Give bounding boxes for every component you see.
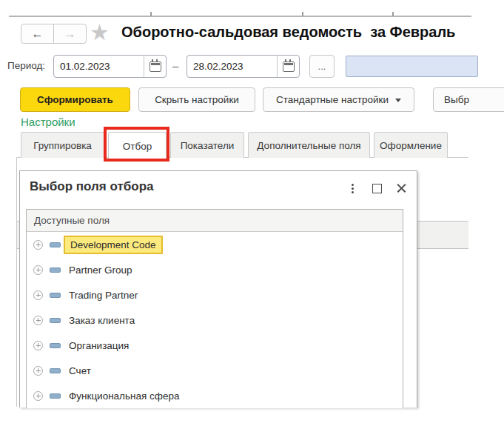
- top-divider-tick: [302, 12, 303, 16]
- field-item[interactable]: Trading Partner: [27, 282, 403, 307]
- field-item[interactable]: Заказ клиента: [27, 307, 403, 333]
- menu-dots-icon: [352, 184, 354, 186]
- expand-plus-icon[interactable]: [33, 265, 43, 275]
- available-fields-list: Доступные поля Development Code Partner …: [26, 209, 403, 408]
- field-dash-icon: [50, 293, 61, 298]
- settings-panel-border: [16, 158, 17, 407]
- close-icon: [397, 184, 406, 193]
- field-item-label: Trading Partner: [69, 290, 138, 301]
- back-button[interactable]: ←: [21, 24, 54, 44]
- field-item[interactable]: Организация: [27, 333, 403, 358]
- forward-button[interactable]: →: [53, 24, 87, 44]
- date-to-calendar-button[interactable]: [277, 56, 299, 77]
- tab-indicators[interactable]: Показатели: [170, 132, 244, 158]
- date-to-input[interactable]: 28.02.2023: [187, 55, 300, 78]
- tab-additional-fields[interactable]: Дополнительные поля: [248, 132, 370, 158]
- field-item-label: Функциональная сфера: [69, 390, 179, 402]
- date-from-calendar-button[interactable]: [144, 56, 166, 77]
- field-item[interactable]: Partner Group: [27, 257, 403, 282]
- window-maximize-button[interactable]: [371, 182, 383, 194]
- tab-grouping[interactable]: Группировка: [21, 132, 104, 158]
- generate-button[interactable]: Сформировать: [20, 87, 130, 112]
- field-item-label: Partner Group: [69, 265, 132, 276]
- date-from-input[interactable]: 01.02.2023: [53, 55, 167, 78]
- field-dash-icon: [50, 267, 61, 273]
- top-divider: [9, 16, 471, 17]
- period-label: Период:: [7, 60, 45, 71]
- expand-plus-icon[interactable]: [33, 341, 43, 350]
- top-divider-tick: [150, 12, 152, 16]
- expand-plus-icon[interactable]: [33, 316, 43, 325]
- tab-appearance[interactable]: Оформление: [374, 132, 448, 158]
- expand-plus-icon[interactable]: [33, 290, 43, 300]
- field-item-label: Заказ клиента: [69, 315, 135, 326]
- field-dash-icon: [50, 242, 61, 247]
- field-dash-icon: [50, 318, 61, 323]
- period-more-button[interactable]: ...: [309, 55, 335, 78]
- calendar-icon: [283, 61, 295, 72]
- dialog-title: Выбор поля отбора: [30, 179, 153, 194]
- field-item-label: Development Code: [64, 236, 163, 254]
- window-menu-button[interactable]: [346, 182, 358, 194]
- favorite-star-icon[interactable]: ★: [90, 20, 110, 45]
- choose-button[interactable]: Выбр: [433, 87, 504, 112]
- field-item-label: Счет: [69, 365, 91, 376]
- list-header: Доступные поля: [27, 210, 403, 232]
- settings-section-label: Настройки: [21, 116, 75, 128]
- expand-plus-icon[interactable]: [33, 240, 43, 250]
- standard-settings-label: Стандартные настройки: [276, 94, 389, 105]
- expand-plus-icon[interactable]: [33, 366, 43, 376]
- forward-arrow-icon: →: [64, 27, 76, 41]
- top-divider-tick: [392, 12, 394, 16]
- report-window: ← → ★ Оборотно-сальдовая ведомость за Фе…: [0, 0, 504, 429]
- field-item[interactable]: Счет: [27, 358, 403, 383]
- back-arrow-icon: ←: [32, 27, 44, 41]
- dialog-window-controls: [346, 182, 407, 194]
- maximize-icon: [372, 184, 382, 193]
- period-range-separator: –: [172, 59, 178, 72]
- calendar-icon: [149, 61, 161, 72]
- date-from-value[interactable]: 01.02.2023: [54, 56, 144, 77]
- chevron-down-icon: [395, 99, 401, 105]
- field-selection-dialog: Выбор поля отбора Доступные поля Develop…: [19, 170, 417, 408]
- field-item[interactable]: Development Code: [27, 232, 403, 257]
- expand-plus-icon[interactable]: [33, 391, 43, 401]
- page-title: Оборотно-сальдовая ведомость за Февраль: [121, 24, 455, 41]
- field-item[interactable]: Функциональная сфера: [27, 383, 403, 408]
- period-extra-field[interactable]: [346, 56, 478, 77]
- hide-settings-button[interactable]: Скрыть настройки: [138, 87, 255, 112]
- field-dash-icon: [50, 368, 61, 373]
- field-dash-icon: [50, 343, 61, 348]
- field-dash-icon: [50, 393, 61, 399]
- field-item-label: Организация: [69, 340, 129, 351]
- date-to-value[interactable]: 28.02.2023: [187, 56, 277, 77]
- tab-filter[interactable]: Отбор: [108, 132, 167, 159]
- window-close-button[interactable]: [395, 182, 407, 194]
- standard-settings-button[interactable]: Стандартные настройки: [263, 87, 414, 112]
